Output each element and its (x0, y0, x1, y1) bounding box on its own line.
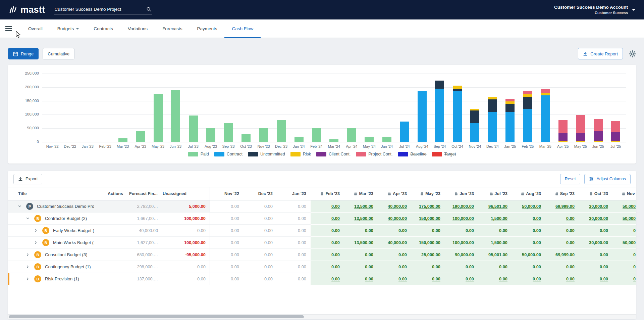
cell-aug-23[interactable]: 0.00 (512, 237, 545, 249)
cell-may-23[interactable]: 25,000.00 (411, 249, 445, 261)
column-header-oct-23[interactable]: Oct '23 (579, 187, 612, 200)
column-header-feb-23[interactable]: Feb '23 (311, 187, 344, 200)
cell-jul-23[interactable]: 95,001.00 (478, 249, 512, 261)
cell-aug-23[interactable]: 50,000.00 (512, 200, 545, 213)
cell-aug-23[interactable]: 0.00 (512, 225, 545, 237)
tab-budgets[interactable]: Budgets (50, 19, 87, 38)
legend-item-risk[interactable]: Risk (290, 152, 311, 156)
cell-jun-23[interactable]: 100,000.00 (445, 237, 478, 249)
cell-jul-23[interactable]: 0.00 (478, 261, 512, 273)
cell-oct-23[interactable]: 0.00 (579, 261, 612, 273)
cell-may-23[interactable]: 150,000.00 (411, 213, 445, 225)
cell-jun-23[interactable]: 90,000.00 (445, 249, 478, 261)
legend-item-paid[interactable]: Paid (188, 152, 209, 156)
cell-jul-23[interactable]: 1,500.00 (478, 213, 512, 225)
cell-aug-23[interactable]: 0.00 (512, 261, 545, 273)
cell-sep-23[interactable]: 0.00 (545, 273, 579, 285)
adjust-columns-button[interactable]: Adjust Columns (584, 174, 631, 184)
chevron-right-icon[interactable] (33, 240, 38, 245)
chevron-down-icon[interactable] (25, 216, 30, 221)
cell-oct-23[interactable]: 30,000.00 (579, 213, 612, 225)
column-header-apr-23[interactable]: Apr '23 (378, 187, 411, 200)
cell-aug-23[interactable]: 0.00 (512, 273, 545, 285)
horizontal-scrollbar[interactable] (8, 314, 636, 319)
cell-jul-23[interactable]: 96,501.00 (478, 200, 512, 213)
hamburger-menu-button[interactable] (5, 19, 17, 38)
cell-jun-23[interactable]: 0.00 (445, 225, 478, 237)
tab-variations[interactable]: Variations (120, 19, 155, 38)
cell-feb-23[interactable]: 0.00 (311, 273, 344, 285)
cell-feb-23[interactable]: 0.00 (311, 200, 344, 213)
cell-oct-23[interactable]: 0.00 (579, 225, 612, 237)
cumulative-button[interactable]: Cumulative (43, 48, 74, 59)
cell-may-23[interactable]: 150,000.00 (411, 237, 445, 249)
cell-oct-23[interactable]: 0.00 (579, 273, 612, 285)
cell-feb-23[interactable]: 0.00 (311, 237, 344, 249)
cell-mar-23[interactable]: 0.00 (344, 249, 378, 261)
cell-oct-23[interactable]: 30,000.00 (579, 200, 612, 213)
column-header-mar-23[interactable]: Mar '23 (344, 187, 378, 200)
legend-item-project-cont[interactable]: Project Cont. (356, 152, 392, 156)
cell-mar-23[interactable]: 13,500.00 (344, 237, 378, 249)
cell-nov-23[interactable]: 0.00 (612, 249, 636, 261)
cell-feb-23[interactable]: 0.00 (311, 249, 344, 261)
cell-apr-23[interactable]: 40,000.00 (378, 200, 411, 213)
cell-feb-23[interactable]: 0.00 (311, 225, 344, 237)
cell-jul-23[interactable]: 0.00 (478, 225, 512, 237)
cell-sep-23[interactable]: 0.00 (545, 213, 579, 225)
scrollbar-thumb[interactable] (9, 315, 304, 318)
cell-aug-23[interactable]: 0.00 (512, 213, 545, 225)
create-report-button[interactable]: Create Report (578, 48, 623, 59)
cell-sep-23[interactable]: 0.00 (545, 261, 579, 273)
cell-apr-23[interactable]: 40,000.00 (378, 237, 411, 249)
cell-jul-23[interactable]: 0.00 (478, 273, 512, 285)
legend-item-target[interactable]: Target (432, 152, 456, 156)
cell-jun-23[interactable]: 190,000.00 (445, 200, 478, 213)
cell-nov-23[interactable]: 0.00 (612, 273, 636, 285)
cell-mar-23[interactable]: 13,500.00 (344, 200, 378, 213)
chevron-right-icon[interactable] (25, 276, 30, 282)
cell-apr-23[interactable]: 0.00 (378, 249, 411, 261)
tab-forecasts[interactable]: Forecasts (155, 19, 190, 38)
cell-apr-23[interactable]: 40,000.00 (378, 213, 411, 225)
cell-apr-23[interactable]: 0.00 (378, 261, 411, 273)
cell-feb-23[interactable]: 0.00 (311, 213, 344, 225)
account-menu[interactable]: Customer Success Demo Account Customer S… (554, 5, 635, 15)
column-header-aug-23[interactable]: Aug '23 (512, 187, 545, 200)
export-button[interactable]: Export (13, 174, 42, 184)
legend-item-uncommitted[interactable]: Uncommitted (248, 152, 285, 156)
cell-mar-23[interactable]: 0.00 (344, 261, 378, 273)
cell-feb-23[interactable]: 0.00 (311, 261, 344, 273)
cell-may-23[interactable]: 175,000.00 (411, 200, 445, 213)
tab-cash-flow[interactable]: Cash Flow (224, 19, 261, 38)
cell-oct-23[interactable]: 0.00 (579, 249, 612, 261)
search-input[interactable] (55, 7, 146, 12)
cell-jun-23[interactable]: 0.00 (445, 261, 478, 273)
tab-overall[interactable]: Overall (21, 19, 50, 38)
cell-jun-23[interactable]: 100,000.00 (445, 213, 478, 225)
cell-jul-23[interactable]: 1,500.00 (478, 237, 512, 249)
chevron-right-icon[interactable] (25, 252, 30, 258)
column-header-nov-23[interactable]: Nov '23 (612, 187, 636, 200)
cell-nov-23[interactable]: 50,000.00 (612, 200, 636, 213)
cell-sep-23[interactable]: 69,999.00 (545, 200, 579, 213)
cell-jun-23[interactable]: 0.00 (445, 273, 478, 285)
tab-contracts[interactable]: Contracts (86, 19, 120, 38)
chevron-right-icon[interactable] (25, 264, 30, 270)
cell-may-23[interactable]: 0.00 (411, 225, 445, 237)
column-header-jul-23[interactable]: Jul '23 (478, 187, 512, 200)
column-header-jun-23[interactable]: Jun '23 (445, 187, 478, 200)
cell-may-23[interactable]: 0.00 (411, 261, 445, 273)
cell-sep-23[interactable]: 0.00 (545, 237, 579, 249)
reset-button[interactable]: Reset (560, 174, 581, 184)
column-header-sep-23[interactable]: Sep '23 (545, 187, 579, 200)
cell-nov-23[interactable]: 50,000.00 (612, 237, 636, 249)
cell-mar-23[interactable]: 0.00 (344, 273, 378, 285)
cell-oct-23[interactable]: 30,000.00 (579, 237, 612, 249)
cell-nov-23[interactable]: 0.00 (612, 225, 636, 237)
tab-payments[interactable]: Payments (190, 19, 224, 38)
chevron-down-icon[interactable] (17, 204, 22, 209)
cell-mar-23[interactable]: 13,500.00 (344, 213, 378, 225)
settings-gear-icon[interactable] (629, 50, 636, 57)
chevron-right-icon[interactable] (33, 228, 38, 233)
